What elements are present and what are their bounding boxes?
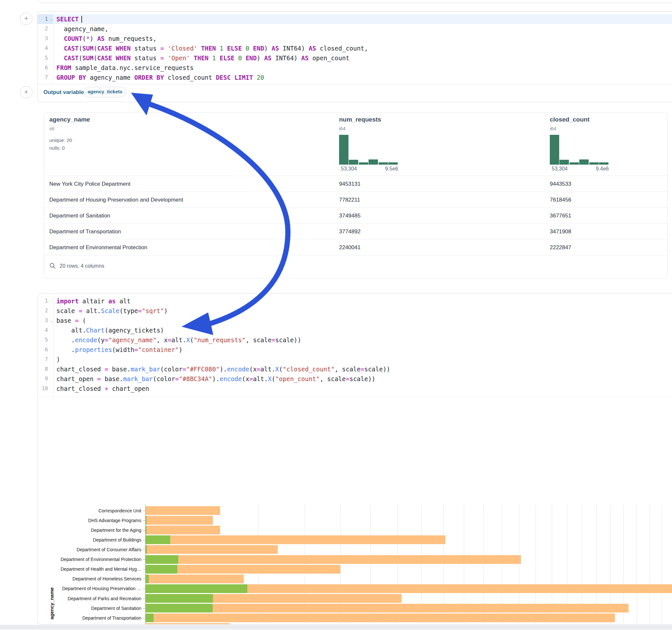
closed-count-histogram [550, 135, 609, 165]
y-axis-tick [143, 520, 145, 521]
sql-code-editor[interactable]: 1⌄234567SELECT agency_name, COUNT(*) AS … [38, 12, 672, 84]
table-cell-closed: 3677651 [550, 208, 571, 224]
histogram-bar [550, 135, 559, 165]
chevron-down-icon[interactable]: ⌄ [50, 14, 52, 24]
y-axis-tick [143, 569, 145, 570]
bar-closed-count [145, 545, 278, 554]
code-line: alt.Chart(agency_tickets) [53, 325, 672, 335]
bar-closed-count [145, 575, 244, 583]
notebook-page: + 1⌄234567SELECT agency_name, COUNT(*) A… [0, 0, 672, 630]
search-icon[interactable] [49, 263, 56, 269]
altair-chart-output: 0800,0001,600,0002,400,0003,200,0004,000… [38, 396, 672, 624]
line-number: 3⌄ [38, 316, 53, 325]
num-requests-histogram [339, 135, 398, 165]
histogram-bar [339, 135, 349, 165]
bar-open-count [145, 613, 154, 622]
bar-closed-count [145, 516, 213, 525]
y-axis-category-label: DHS Advantage Programs [38, 517, 141, 524]
line-number: 2 [38, 306, 53, 316]
histogram-min-label: 53,304 [341, 166, 357, 172]
bar-closed-count [145, 555, 521, 564]
y-axis-tick [143, 540, 145, 540]
y-axis-category-label: Department of Buildings [38, 537, 141, 543]
table-cell-closed: 3471908 [550, 224, 571, 240]
code-line: import altair as alt [53, 296, 672, 306]
bar-closed-count [145, 506, 220, 515]
table-cell-num: 3749485 [339, 208, 360, 224]
code-line: scale = alt.Scale(type="sqrt") [53, 306, 672, 316]
histogram-max-label: 9.5e6 [385, 166, 398, 172]
output-variable-pill[interactable]: agency_tickets [84, 87, 126, 97]
gridline [662, 505, 662, 625]
page-background-band [0, 625, 672, 629]
table-cell-agency: New York City Police Department [49, 176, 130, 192]
code-line: SELECT [53, 14, 672, 24]
table-cell-closed: 2222847 [550, 240, 571, 256]
table-cell-agency: Department of Environmental Protection [49, 240, 147, 256]
column-name: closed_count [550, 116, 589, 123]
code-line: CAST(SUM(CASE WHEN status = 'Closed' THE… [53, 43, 672, 53]
table-row-count-label: 20 rows, 4 columns [59, 263, 104, 269]
result-table-card: agency_name str unique: 20 nulls: 0 num_… [44, 113, 668, 278]
gridline [649, 505, 650, 625]
table-row[interactable]: Department of Sanitation37494853677651 [44, 208, 667, 224]
code-line: .encode(y="agency_name", x=alt.X("num_re… [53, 335, 672, 345]
table-row[interactable]: Department of Transportation377489234719… [44, 223, 667, 240]
code-lines: import altair as altscale = alt.Scale(ty… [53, 294, 672, 396]
histogram-bar [559, 160, 569, 165]
table-row[interactable]: New York City Police Department945313194… [44, 176, 667, 192]
bar-closed-count [145, 535, 446, 544]
histogram-max-label: 9.4e6 [596, 166, 609, 172]
histogram-bar [599, 162, 608, 165]
histogram-bar [570, 162, 579, 165]
line-number: 10 [38, 384, 53, 393]
table-cell-agency: Department of Housing Preservation and D… [49, 192, 183, 208]
y-axis-category-label: Department of Health and Mental Hyg… [38, 566, 141, 572]
bar-open-count [145, 584, 247, 593]
add-cell-button-top[interactable]: + [20, 13, 32, 25]
line-number: 6 [38, 63, 53, 73]
line-number: 3 [38, 34, 53, 43]
chevron-down-icon[interactable]: ⌄ [50, 316, 52, 325]
table-cell-num: 9453131 [339, 176, 360, 192]
y-axis-tick [143, 530, 145, 531]
bar-open-count [145, 565, 177, 574]
column-header-num-requests: num_requests i64 53,304 9.5e6 [339, 113, 446, 176]
line-number-gutter: 123⌄45678910 [38, 294, 53, 396]
add-cell-button-middle[interactable]: + [20, 86, 32, 98]
histogram-bar [579, 160, 589, 165]
bar-closed-count [145, 604, 628, 612]
line-number: 7 [38, 355, 53, 364]
gridline [637, 505, 637, 625]
code-line: FROM sample_data.nyc.service_requests [53, 63, 672, 73]
table-row[interactable]: Department of Environmental Protection22… [44, 239, 667, 256]
line-number: 5 [38, 53, 53, 63]
y-axis-title: agency_name [49, 587, 54, 619]
line-number: 6 [38, 345, 53, 355]
code-line: agency_name, [53, 24, 672, 34]
line-number-gutter: 1⌄234567 [38, 12, 53, 84]
code-line: chart_open = base.mark_bar(color="#8BC34… [53, 374, 672, 384]
line-number: 1⌄ [38, 14, 53, 24]
histogram-bar [359, 162, 368, 165]
previous-cell-bottom-edge [38, 0, 672, 3]
table-cell-closed: 7618456 [550, 192, 571, 208]
column-name: num_requests [339, 116, 381, 123]
code-line: COUNT(*) AS num_requests, [53, 34, 672, 43]
table-cell-num: 3774892 [339, 224, 360, 240]
y-axis-category-label: Department of Homeless Services [38, 576, 141, 582]
bar-closed-count [145, 613, 615, 622]
column-name: agency_name [49, 116, 90, 123]
y-axis-category-label: Department of Environmental Protection [38, 556, 141, 562]
table-row[interactable]: Department of Housing Preservation and D… [44, 192, 667, 208]
python-code-editor[interactable]: 123⌄45678910import altair as altscale = … [38, 294, 672, 396]
y-axis-category-label: Department of Consumer Affairs [38, 547, 141, 553]
line-number: 5 [38, 335, 53, 345]
line-number: 9 [38, 374, 53, 384]
code-lines: SELECT agency_name, COUNT(*) AS num_requ… [53, 12, 672, 84]
table-cell-num: 7782211 [339, 192, 360, 208]
column-type: str [49, 126, 55, 131]
sql-cell: 1⌄234567SELECT agency_name, COUNT(*) AS … [37, 11, 672, 102]
code-line: CAST(SUM(CASE WHEN status = 'Open' THEN … [53, 53, 672, 63]
line-number: 7 [38, 73, 53, 82]
